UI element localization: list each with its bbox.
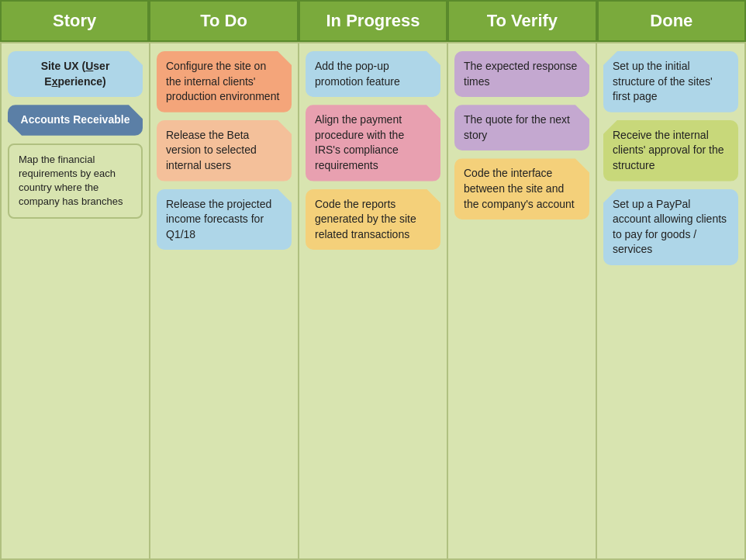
todo-card-3[interactable]: Release the projected income forecasts f… bbox=[157, 189, 292, 251]
todo-card-1-label: Configure the site on the internal clien… bbox=[166, 60, 279, 102]
inprogress-card-1-label: Add the pop-up promotion feature bbox=[315, 60, 400, 88]
inprogress-card-3-label: Code the reports generated by the site r… bbox=[315, 198, 416, 240]
header-toverify: To Verify bbox=[447, 0, 596, 42]
todo-card-2-label: Release the Beta version to selected int… bbox=[166, 129, 257, 171]
header-inprogress: In Progress bbox=[299, 0, 447, 42]
done-card-2-label: Receive the internal clients' approval f… bbox=[613, 129, 724, 171]
header-done: Done bbox=[597, 0, 746, 42]
inprogress-card-3[interactable]: Code the reports generated by the site r… bbox=[306, 189, 440, 251]
toverify-card-3[interactable]: Code the interface between the site and … bbox=[454, 158, 589, 220]
header-story: Story bbox=[0, 0, 149, 42]
todo-card-1[interactable]: Configure the site on the internal clien… bbox=[157, 51, 292, 112]
toverify-column: The expected response times The quote fo… bbox=[448, 43, 597, 558]
story-ux-label: Site UX (User Experience) bbox=[41, 60, 110, 88]
inprogress-column: Add the pop-up promotion feature Align t… bbox=[299, 43, 448, 558]
inprogress-card-2-label: Align the payment procedure with the IRS… bbox=[315, 113, 404, 171]
done-card-1-label: Set up the initial structure of the site… bbox=[613, 60, 713, 102]
header-row: Story To Do In Progress To Verify Done bbox=[0, 0, 746, 42]
story-card-ar[interactable]: Accounts Receivable bbox=[8, 105, 143, 136]
story-map-label: Map the financial requirements by each c… bbox=[19, 154, 123, 208]
done-card-3-label: Set up a PayPal account allowing clients… bbox=[613, 198, 727, 256]
story-card-ux[interactable]: Site UX (User Experience) bbox=[8, 51, 143, 97]
done-card-1[interactable]: Set up the initial structure of the site… bbox=[603, 51, 738, 112]
toverify-card-2-label: The quote for the next story bbox=[464, 113, 570, 141]
header-todo: To Do bbox=[149, 0, 298, 42]
toverify-card-1-label: The expected response times bbox=[464, 60, 577, 88]
story-ar-label: Accounts Receivable bbox=[21, 113, 130, 126]
inprogress-card-2[interactable]: Align the payment procedure with the IRS… bbox=[306, 105, 440, 181]
done-card-3[interactable]: Set up a PayPal account allowing clients… bbox=[603, 189, 738, 265]
kanban-board: Story To Do In Progress To Verify Done S… bbox=[0, 0, 746, 560]
todo-card-3-label: Release the projected income forecasts f… bbox=[166, 198, 271, 240]
todo-card-2[interactable]: Release the Beta version to selected int… bbox=[157, 120, 292, 181]
body-row: Site UX (User Experience) Accounts Recei… bbox=[0, 42, 746, 560]
inprogress-card-1[interactable]: Add the pop-up promotion feature bbox=[306, 51, 440, 97]
story-column: Site UX (User Experience) Accounts Recei… bbox=[2, 43, 150, 558]
story-card-map[interactable]: Map the financial requirements by each c… bbox=[8, 143, 143, 219]
todo-column: Configure the site on the internal clien… bbox=[150, 43, 299, 558]
toverify-card-2[interactable]: The quote for the next story bbox=[454, 105, 589, 150]
toverify-card-3-label: Code the interface between the site and … bbox=[464, 167, 575, 209]
done-column: Set up the initial structure of the site… bbox=[597, 43, 744, 558]
done-card-2[interactable]: Receive the internal clients' approval f… bbox=[603, 120, 738, 181]
toverify-card-1[interactable]: The expected response times bbox=[454, 51, 589, 97]
